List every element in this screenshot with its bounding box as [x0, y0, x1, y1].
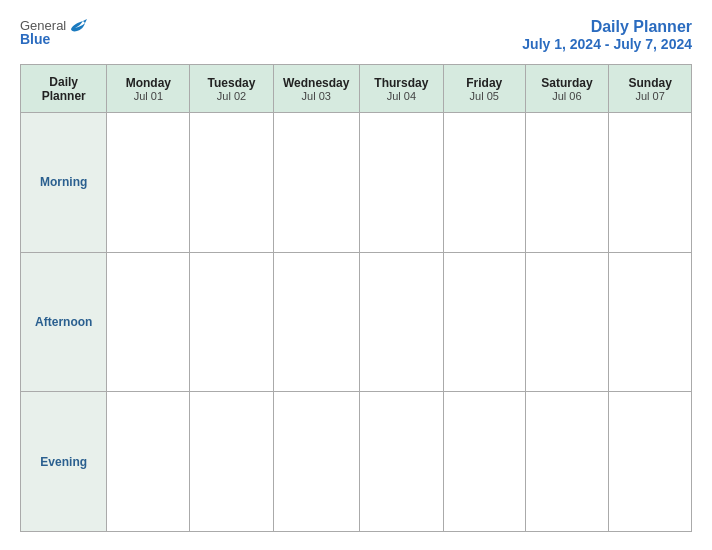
morning-row: Morning: [21, 113, 692, 253]
col-date-1: Jul 01: [111, 90, 185, 102]
col-header-friday: Friday Jul 05: [443, 65, 525, 113]
col-name-3: Wednesday: [278, 76, 355, 90]
morning-wednesday[interactable]: [273, 113, 359, 253]
col-name-6: Saturday: [530, 76, 605, 90]
col-header-daily-planner: Daily Planner: [21, 65, 107, 113]
col-label-0b: Planner: [25, 89, 102, 103]
header: General Blue Daily Planner July 1, 2024 …: [20, 18, 692, 52]
title-block: Daily Planner July 1, 2024 - July 7, 202…: [522, 18, 692, 52]
evening-sunday[interactable]: [609, 392, 692, 532]
evening-tuesday[interactable]: [190, 392, 273, 532]
col-name-5: Friday: [448, 76, 521, 90]
logo-bird-icon: [69, 19, 87, 33]
col-name-4: Thursday: [364, 76, 439, 90]
col-label-0: Daily: [25, 75, 102, 89]
col-header-tuesday: Tuesday Jul 02: [190, 65, 273, 113]
col-date-3: Jul 03: [278, 90, 355, 102]
evening-row: Evening: [21, 392, 692, 532]
afternoon-monday[interactable]: [107, 252, 190, 392]
afternoon-saturday[interactable]: [525, 252, 609, 392]
afternoon-label: Afternoon: [21, 252, 107, 392]
col-date-4: Jul 04: [364, 90, 439, 102]
afternoon-tuesday[interactable]: [190, 252, 273, 392]
col-date-5: Jul 05: [448, 90, 521, 102]
afternoon-row: Afternoon: [21, 252, 692, 392]
afternoon-sunday[interactable]: [609, 252, 692, 392]
morning-thursday[interactable]: [359, 113, 443, 253]
planner-title: Daily Planner: [522, 18, 692, 36]
col-header-monday: Monday Jul 01: [107, 65, 190, 113]
morning-tuesday[interactable]: [190, 113, 273, 253]
col-name-2: Tuesday: [194, 76, 268, 90]
evening-friday[interactable]: [443, 392, 525, 532]
col-name-1: Monday: [111, 76, 185, 90]
col-header-thursday: Thursday Jul 04: [359, 65, 443, 113]
evening-saturday[interactable]: [525, 392, 609, 532]
col-header-saturday: Saturday Jul 06: [525, 65, 609, 113]
col-header-sunday: Sunday Jul 07: [609, 65, 692, 113]
planner-table: Daily Planner Monday Jul 01 Tuesday Jul …: [20, 64, 692, 532]
afternoon-thursday[interactable]: [359, 252, 443, 392]
col-date-2: Jul 02: [194, 90, 268, 102]
afternoon-wednesday[interactable]: [273, 252, 359, 392]
afternoon-friday[interactable]: [443, 252, 525, 392]
morning-label: Morning: [21, 113, 107, 253]
logo-blue-text: Blue: [20, 31, 50, 47]
logo: General Blue: [20, 18, 87, 47]
morning-sunday[interactable]: [609, 113, 692, 253]
col-name-7: Sunday: [613, 76, 687, 90]
col-header-wednesday: Wednesday Jul 03: [273, 65, 359, 113]
morning-monday[interactable]: [107, 113, 190, 253]
evening-thursday[interactable]: [359, 392, 443, 532]
header-row: Daily Planner Monday Jul 01 Tuesday Jul …: [21, 65, 692, 113]
evening-label: Evening: [21, 392, 107, 532]
page-container: General Blue Daily Planner July 1, 2024 …: [0, 0, 712, 550]
morning-friday[interactable]: [443, 113, 525, 253]
evening-monday[interactable]: [107, 392, 190, 532]
evening-wednesday[interactable]: [273, 392, 359, 532]
morning-saturday[interactable]: [525, 113, 609, 253]
col-date-6: Jul 06: [530, 90, 605, 102]
col-date-7: Jul 07: [613, 90, 687, 102]
date-range: July 1, 2024 - July 7, 2024: [522, 36, 692, 52]
